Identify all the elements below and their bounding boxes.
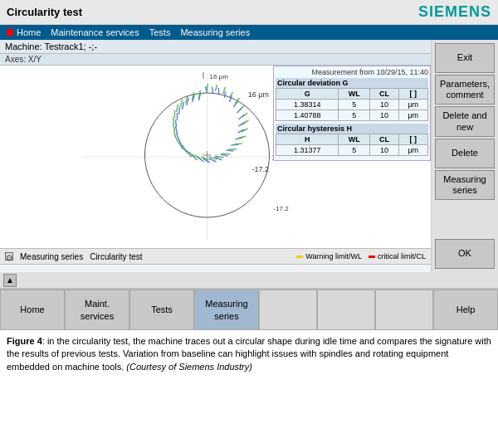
caption-label: Figure 4 — [7, 336, 42, 346]
axes-label: Axes: X/Y — [0, 54, 431, 66]
cell: 1.31377 — [276, 145, 339, 156]
nav-bar: Home Maintenance services Tests Measurin… — [0, 25, 498, 40]
app-title: Circularity test — [7, 6, 82, 18]
bottom-spacer-1 — [259, 290, 317, 330]
ok-button[interactable]: OK — [435, 239, 495, 269]
main-area: Machine: Testrack1; -;- Axes: X/Y 16 μm … — [0, 40, 498, 272]
scale-top: 16 μm — [248, 90, 269, 99]
col-unit: [ ] — [398, 89, 428, 100]
col-cl: CL — [370, 89, 398, 100]
parameters-button[interactable]: Parameters, comment — [435, 75, 495, 105]
chart-panel: Machine: Testrack1; -;- Axes: X/Y 16 μm … — [0, 40, 432, 272]
bottom-measuring-series-button[interactable]: Measuring series — [194, 290, 259, 330]
warning-color-indicator — [296, 256, 303, 258]
bottom-help-button[interactable]: Help — [433, 290, 498, 330]
delete-new-button[interactable]: Delete and new — [435, 106, 495, 136]
cell: 5 — [339, 145, 370, 156]
bottom-maintenance-button[interactable]: Maint. services — [65, 290, 129, 330]
caption: Figure 4: in the circularity test, the m… — [0, 330, 498, 378]
scroll-up-arrow[interactable]: ▲ — [3, 274, 17, 287]
svg-rect-7 — [203, 72, 204, 79]
status-icon[interactable]: ⊙ — [5, 252, 13, 261]
table-row: 1.38314 5 10 μm — [276, 100, 428, 110]
bottom-spacer-3 — [375, 290, 433, 330]
col-wl: WL — [339, 134, 370, 145]
critical-color-indicator — [369, 256, 375, 258]
svg-text:16 μm: 16 μm — [210, 73, 229, 80]
legend-critical: critical limit/CL — [369, 252, 426, 261]
col-cl: CL — [370, 134, 398, 145]
svg-text:-17.2: -17.2 — [274, 205, 290, 212]
circular-hysteresis-section: Circular hysteresis H H WL CL [ ] — [276, 124, 428, 156]
bottom-tests-button[interactable]: Tests — [129, 290, 194, 330]
legend-warning: Warning limit/WL — [296, 252, 362, 261]
scale-labels: 16 μm -17.2 — [248, 90, 269, 173]
cell: μm — [398, 100, 428, 110]
bottom-home-button[interactable]: Home — [0, 290, 65, 330]
col-h: H — [276, 134, 339, 145]
col-g: G — [276, 89, 339, 100]
machine-label: Machine: Testrack1; -;- — [0, 40, 431, 54]
col-unit: [ ] — [398, 134, 428, 145]
measuring-series-button[interactable]: Measuring series — [435, 170, 495, 200]
exit-button[interactable]: Exit — [435, 43, 495, 73]
col-wl: WL — [339, 89, 370, 100]
cell: 5 — [339, 100, 370, 110]
caption-credit: (Courtesy of Siemens Industry) — [126, 362, 252, 372]
table-row: 1.40788 5 10 μm — [276, 110, 428, 121]
chart-area: 16 μm -17.2 — [0, 66, 431, 248]
legend-area: Warning limit/WL critical limit/CL — [296, 252, 426, 261]
scale-bottom: -17.2 — [248, 165, 269, 173]
nav-maintenance[interactable]: Maintenance services — [51, 27, 139, 38]
home-icon — [7, 29, 13, 36]
circular-deviation-header: Circular deviation G — [276, 78, 428, 88]
circular-hysteresis-table: H WL CL [ ] 1.31377 5 10 μm — [276, 134, 428, 156]
top-bar: Circularity test SIEMENS — [0, 0, 498, 25]
cell: μm — [398, 145, 428, 156]
delete-button[interactable]: Delete — [435, 139, 495, 168]
cell: 1.40788 — [276, 110, 339, 121]
cell: 5 — [339, 110, 370, 121]
right-panel: Exit Parameters, comment Delete and new … — [432, 40, 498, 272]
nav-measuring-series[interactable]: Measuring series — [180, 27, 250, 38]
status-measuring-series: Measuring series — [20, 252, 83, 261]
nav-tests[interactable]: Tests — [149, 27, 171, 38]
circular-deviation-section: Circular deviation G G WL CL [ ] — [276, 78, 428, 121]
scroll-area: ▲ — [0, 272, 498, 289]
status-circularity: Circularity test — [90, 252, 142, 261]
cell: μm — [398, 110, 428, 121]
bottom-spacer-2 — [317, 290, 375, 330]
circular-deviation-table: G WL CL [ ] 1.38314 5 10 μm — [276, 88, 428, 121]
bottom-nav: Home Maint. services Tests Measuring ser… — [0, 289, 498, 330]
siemens-logo: SIEMENS — [418, 3, 491, 21]
status-bar: ⊙ Measuring series Circularity test Warn… — [0, 248, 431, 265]
cell: 10 — [370, 110, 398, 121]
circular-hysteresis-header: Circular hysteresis H — [276, 124, 428, 134]
cell: 10 — [370, 145, 398, 156]
measurement-timestamp: Measurement from 10/29/15, 11:40 — [276, 68, 428, 76]
measurement-panel: Measurement from 10/29/15, 11:40 Circula… — [273, 66, 431, 161]
cell: 10 — [370, 100, 398, 110]
nav-home[interactable]: Home — [7, 27, 41, 38]
table-row: 1.31377 5 10 μm — [276, 145, 428, 156]
cell: 1.38314 — [276, 100, 339, 110]
